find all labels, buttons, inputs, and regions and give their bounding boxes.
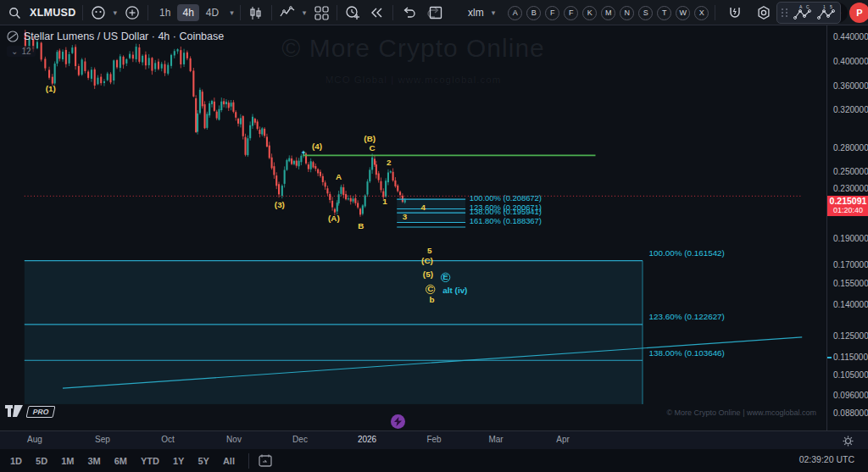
indicators-icon[interactable] bbox=[278, 3, 297, 22]
collapsed-count: 12 bbox=[21, 47, 31, 56]
rectangle-tool-icon[interactable] bbox=[426, 3, 445, 22]
svg-text:(1): (1) bbox=[46, 84, 56, 93]
price-tick: 0.105000 bbox=[833, 370, 868, 380]
letter-button-b-1[interactable]: B bbox=[526, 6, 541, 20]
candlestick-chart[interactable]: 100.00% (0.161542)123.60% (0.122627)138.… bbox=[0, 25, 826, 430]
chevron-down-icon[interactable]: ▾ bbox=[114, 8, 118, 17]
price-tick: 0.440000 bbox=[833, 32, 868, 42]
letter-button-x-10[interactable]: X bbox=[694, 6, 709, 20]
price-tick: 0.360000 bbox=[833, 81, 868, 91]
price-tick: 0.190000 bbox=[833, 234, 868, 243]
svg-text:(C): (C) bbox=[421, 256, 433, 265]
range-button-5d[interactable]: 5D bbox=[29, 453, 54, 469]
range-button-1m[interactable]: 1M bbox=[54, 453, 81, 469]
last-price-value: 0.215091 bbox=[827, 197, 868, 206]
svg-text:(4): (4) bbox=[312, 142, 322, 151]
utc-clock[interactable]: 02:39:20 UTC bbox=[799, 454, 854, 464]
price-tick: 0.400000 bbox=[833, 57, 868, 66]
letter-button-m-5[interactable]: M bbox=[601, 6, 615, 20]
broker-icon[interactable] bbox=[89, 3, 108, 22]
range-button-ytd[interactable]: YTD bbox=[134, 453, 166, 469]
price-tick: 0.320000 bbox=[833, 105, 868, 114]
svg-text:161.80% (0.188367): 161.80% (0.188367) bbox=[470, 216, 542, 225]
divider bbox=[147, 5, 148, 20]
svg-text:1: 1 bbox=[382, 197, 387, 206]
avatar-letter: P bbox=[856, 8, 862, 18]
svg-text:1: 1 bbox=[823, 4, 826, 9]
axis-settings-gear-icon[interactable] bbox=[843, 435, 854, 450]
range-button-all[interactable]: All bbox=[216, 453, 242, 469]
svg-text:5: 5 bbox=[427, 246, 432, 255]
svg-text:alt (iv): alt (iv) bbox=[442, 286, 467, 295]
letter-button-n-6[interactable]: N bbox=[620, 6, 634, 20]
interval-button-1h[interactable]: 1h bbox=[154, 4, 175, 21]
time-tick-apr: Apr bbox=[546, 435, 580, 444]
symbol-filter-chevron-icon[interactable]: ▾ bbox=[492, 8, 496, 17]
svg-text:E: E bbox=[442, 272, 448, 281]
boost-icon[interactable] bbox=[391, 414, 405, 429]
search-icon[interactable] bbox=[5, 3, 24, 22]
letter-button-t-8[interactable]: T bbox=[657, 6, 671, 20]
chart-pane[interactable]: © More Crypto Online MCO Global | www.mc… bbox=[0, 25, 826, 430]
replay-icon[interactable] bbox=[368, 3, 387, 22]
letter-button-a-0[interactable]: A bbox=[508, 6, 522, 20]
range-button-3m[interactable]: 3M bbox=[81, 453, 107, 469]
range-button-5y[interactable]: 5Y bbox=[191, 453, 215, 469]
letter-button-w-9[interactable]: W bbox=[676, 6, 690, 20]
svg-text:(5): (5) bbox=[423, 269, 433, 279]
magnet-icon[interactable] bbox=[726, 3, 744, 22]
svg-text:(B): (B) bbox=[364, 134, 376, 143]
chart-style-candles-icon[interactable] bbox=[247, 3, 265, 22]
alert-clock-icon[interactable] bbox=[343, 3, 362, 22]
range-button-1d[interactable]: 1D bbox=[3, 453, 29, 469]
compare-add-icon[interactable] bbox=[123, 3, 142, 22]
price-axis[interactable]: 0.4400000.4000000.3600000.3200000.280000… bbox=[826, 25, 868, 449]
user-avatar[interactable]: P bbox=[849, 3, 868, 23]
time-tick-oct: Oct bbox=[151, 435, 185, 444]
drag-handle-icon[interactable] bbox=[782, 8, 788, 17]
chevron-down-icon: ⌄ bbox=[11, 47, 18, 56]
svg-text:4: 4 bbox=[421, 203, 426, 212]
svg-text:(A): (A) bbox=[328, 214, 340, 223]
svg-text:3: 3 bbox=[403, 212, 408, 221]
settings-icon[interactable] bbox=[754, 3, 773, 22]
top-toolbar: XLMUSD ▾ 1h4h4D ▾ ▾ bbox=[0, 0, 868, 25]
go-to-date-icon[interactable] bbox=[256, 452, 275, 470]
divider bbox=[248, 453, 249, 469]
svg-text:C: C bbox=[806, 4, 810, 9]
elliott-impulse-wave-icon[interactable]: 15 bbox=[817, 3, 836, 22]
fib-retracement-small[interactable]: 100.00% (0.208672)123.60% (0.200671)138.… bbox=[397, 193, 542, 227]
interval-button-4h[interactable]: 4h bbox=[177, 4, 198, 21]
letter-button-f-3[interactable]: F bbox=[564, 6, 578, 20]
letter-button-k-4[interactable]: K bbox=[582, 6, 597, 20]
time-axis[interactable]: AugSepOctNovDec2026FebMarApr bbox=[0, 430, 868, 449]
range-button-1y[interactable]: 1Y bbox=[166, 453, 191, 469]
letter-button-s-7[interactable]: S bbox=[638, 6, 653, 20]
object-tree-collapsed[interactable]: ⌄ 12 bbox=[7, 46, 36, 57]
tradingview-logo[interactable]: PRO bbox=[5, 405, 54, 418]
time-tick-sep: Sep bbox=[86, 435, 120, 444]
elliott-correction-wave-icon[interactable]: AC bbox=[793, 3, 812, 22]
price-tick: 0.115000 bbox=[833, 353, 868, 362]
svg-text:(3): (3) bbox=[275, 200, 285, 209]
symbol-filter-value[interactable]: xlm bbox=[468, 7, 484, 19]
layout-grid-icon[interactable] bbox=[312, 3, 331, 22]
range-button-6m[interactable]: 6M bbox=[108, 453, 134, 469]
divider bbox=[337, 5, 337, 20]
tv-glyph-icon bbox=[5, 405, 24, 418]
time-tick-dec: Dec bbox=[283, 435, 317, 444]
legend-title[interactable]: Stellar Lumens / US Dollar · 4h · Coinba… bbox=[24, 31, 224, 42]
interval-button-4D[interactable]: 4D bbox=[201, 4, 224, 21]
divider bbox=[392, 5, 393, 20]
undo-icon[interactable] bbox=[399, 3, 418, 22]
divider bbox=[271, 5, 272, 20]
svg-text:138.00% (0.103646): 138.00% (0.103646) bbox=[649, 348, 725, 358]
fib-retracement-large[interactable]: 100.00% (0.161542)123.60% (0.122627)138.… bbox=[25, 248, 725, 404]
touch-marker: ✦ bbox=[301, 148, 307, 157]
letter-button-f-2[interactable]: F bbox=[545, 6, 559, 20]
indicators-chevron-icon[interactable]: ▾ bbox=[303, 8, 307, 17]
interval-menu-chevron-icon[interactable]: ▾ bbox=[230, 8, 234, 17]
price-tick: 0.170000 bbox=[833, 260, 868, 269]
symbol-name[interactable]: XLMUSD bbox=[30, 7, 76, 19]
price-tick: 0.125000 bbox=[833, 331, 868, 341]
